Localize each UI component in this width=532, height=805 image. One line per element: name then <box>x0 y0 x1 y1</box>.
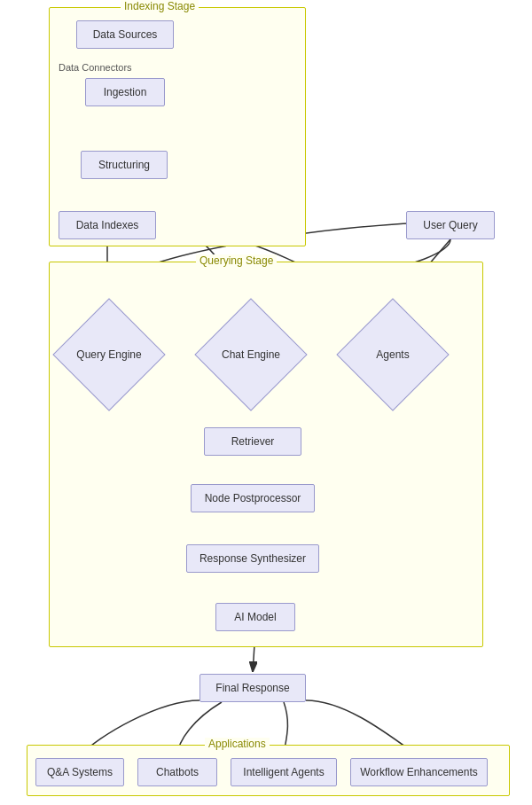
response-synthesizer-node: Response Synthesizer <box>186 544 319 573</box>
data-indexes-label: Data Indexes <box>76 219 139 231</box>
chatbots-node: Chatbots <box>137 758 217 786</box>
final-response-label: Final Response <box>215 682 289 694</box>
indexing-stage-label: Indexing Stage <box>121 0 199 12</box>
query-engine-label: Query Engine <box>76 348 141 361</box>
retriever-label: Retriever <box>231 435 275 448</box>
workflow-enhancements-label: Workflow Enhancements <box>360 766 478 778</box>
ai-model-label: AI Model <box>234 611 276 623</box>
node-postprocessor-node: Node Postprocessor <box>191 484 315 512</box>
data-sources-label: Data Sources <box>93 28 158 41</box>
ingestion-label: Ingestion <box>104 86 147 98</box>
chat-engine-label: Chat Engine <box>222 348 280 361</box>
retriever-node: Retriever <box>204 427 301 456</box>
final-response-node: Final Response <box>200 674 306 702</box>
ai-model-node: AI Model <box>215 603 295 631</box>
data-connectors-label: Data Connectors <box>59 62 132 73</box>
intelligent-agents-label: Intelligent Agents <box>243 766 324 778</box>
applications-stage-label: Applications <box>205 738 270 750</box>
response-synthesizer-label: Response Synthesizer <box>200 552 306 565</box>
diagram-container: Indexing Stage Querying Stage Applicatio… <box>0 0 532 805</box>
structuring-label: Structuring <box>98 159 150 171</box>
workflow-enhancements-node: Workflow Enhancements <box>350 758 488 786</box>
ingestion-node: Ingestion <box>85 78 165 106</box>
qa-systems-label: Q&A Systems <box>47 766 113 778</box>
query-engine-node: Query Engine <box>60 306 158 403</box>
chat-engine-node: Chat Engine <box>202 306 300 403</box>
intelligent-agents-node: Intelligent Agents <box>231 758 337 786</box>
data-sources-node: Data Sources <box>76 20 174 49</box>
user-query-label: User Query <box>423 219 477 231</box>
chatbots-label: Chatbots <box>156 766 199 778</box>
querying-stage-label: Querying Stage <box>196 254 277 267</box>
qa-systems-node: Q&A Systems <box>35 758 124 786</box>
structuring-node: Structuring <box>81 151 168 179</box>
user-query-node: User Query <box>406 211 495 239</box>
agents-node: Agents <box>344 306 442 403</box>
node-postprocessor-label: Node Postprocessor <box>205 492 301 504</box>
data-indexes-node: Data Indexes <box>59 211 156 239</box>
agents-label: Agents <box>376 348 409 361</box>
